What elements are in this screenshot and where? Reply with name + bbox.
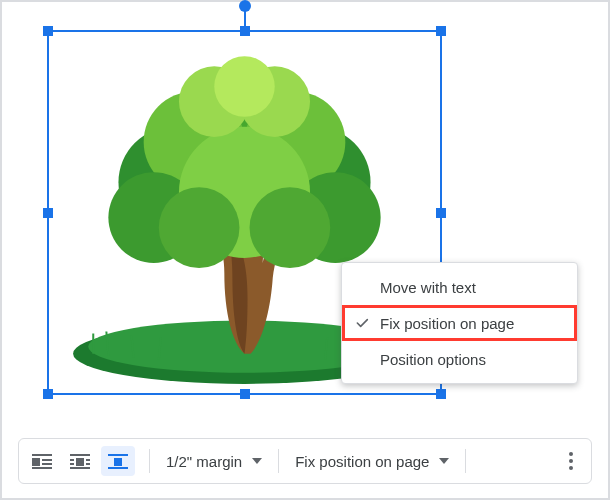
wrap-inline-button[interactable] <box>25 446 59 476</box>
caret-down-icon <box>439 458 449 464</box>
svg-rect-31 <box>86 459 90 461</box>
svg-point-20 <box>214 56 275 117</box>
margin-dropdown[interactable]: 1/2" margin <box>160 449 268 474</box>
resize-handle-right[interactable] <box>436 208 446 218</box>
toolbar-separator <box>149 449 150 473</box>
svg-rect-29 <box>76 458 84 466</box>
menu-item-label: Move with text <box>380 279 476 296</box>
rotation-handle[interactable] <box>239 0 251 12</box>
svg-rect-36 <box>114 458 122 466</box>
svg-rect-33 <box>86 463 90 465</box>
more-options-button[interactable] <box>557 446 585 476</box>
svg-rect-32 <box>70 463 74 465</box>
menu-item-position-options[interactable]: Position options <box>342 341 577 377</box>
margin-dropdown-label: 1/2" margin <box>166 453 242 470</box>
resize-handle-top[interactable] <box>240 26 250 36</box>
toolbar-separator <box>278 449 279 473</box>
menu-item-fix-position[interactable]: Fix position on page <box>342 305 577 341</box>
resize-handle-bottom[interactable] <box>240 389 250 399</box>
svg-point-22 <box>250 187 331 268</box>
svg-rect-25 <box>42 459 52 461</box>
svg-rect-28 <box>70 454 90 456</box>
wrap-text-button[interactable] <box>63 446 97 476</box>
resize-handle-bottom-left[interactable] <box>43 389 53 399</box>
svg-rect-27 <box>32 467 52 469</box>
toolbar-separator <box>465 449 466 473</box>
kebab-dot <box>569 452 573 456</box>
svg-rect-24 <box>32 458 40 466</box>
break-text-icon <box>108 453 128 469</box>
break-text-button[interactable] <box>101 446 135 476</box>
image-options-toolbar: 1/2" margin Fix position on page <box>18 438 592 484</box>
kebab-dot <box>569 459 573 463</box>
wrap-text-icon <box>70 453 90 469</box>
caret-down-icon <box>252 458 262 464</box>
app-canvas: Move with text Fix position on page Posi… <box>0 0 610 500</box>
kebab-dot <box>569 466 573 470</box>
resize-handle-top-left[interactable] <box>43 26 53 36</box>
resize-handle-top-right[interactable] <box>436 26 446 36</box>
menu-item-move-with-text[interactable]: Move with text <box>342 269 577 305</box>
wrap-inline-icon <box>32 453 52 469</box>
svg-rect-30 <box>70 459 74 461</box>
svg-rect-34 <box>70 467 90 469</box>
resize-handle-bottom-right[interactable] <box>436 389 446 399</box>
menu-item-label: Position options <box>380 351 486 368</box>
svg-point-21 <box>159 187 240 268</box>
resize-handle-left[interactable] <box>43 208 53 218</box>
check-icon <box>354 315 370 331</box>
svg-rect-35 <box>108 454 128 456</box>
menu-item-label: Fix position on page <box>380 315 514 332</box>
position-dropdown-label: Fix position on page <box>295 453 429 470</box>
svg-rect-23 <box>32 454 52 456</box>
position-dropdown[interactable]: Fix position on page <box>289 449 455 474</box>
position-menu: Move with text Fix position on page Posi… <box>341 262 578 384</box>
svg-rect-26 <box>42 463 52 465</box>
svg-rect-37 <box>108 467 128 469</box>
